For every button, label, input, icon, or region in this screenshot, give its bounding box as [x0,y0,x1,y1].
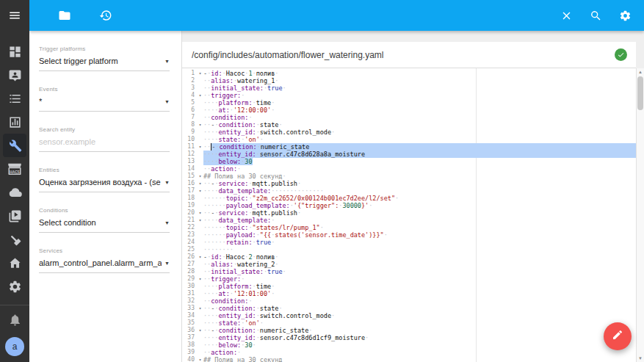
code-line[interactable]: 23······payload:·"{{·states('sensor.time… [182,231,636,239]
sidebar-item-dashboard[interactable] [3,40,26,63]
search-entity-input[interactable] [39,137,170,152]
folder-icon[interactable] [56,7,73,24]
fold-marker-icon[interactable]: ▾ [197,327,203,334]
code-line[interactable]: 40▾## Полив на 30 секунд [182,356,636,362]
code-line[interactable]: 9····entity_id:·switch.control_mode· [182,128,636,136]
code-line[interactable]: 4▾··trigger:· [182,92,636,99]
entities-select[interactable]: Оценка загрязения воздуха - (se ...▼ [39,178,170,192]
fold-marker-icon[interactable]: ▾ [197,121,203,128]
user-avatar[interactable]: a [5,337,24,356]
sidebar-item-developer-tools[interactable] [3,228,26,251]
services-select[interactable]: alarm_control_panel.alarm_arm_aw ...▼ [39,258,170,273]
code-line[interactable]: 36▾··-·condition:·numeric_state· [182,327,636,334]
sidebar-item-history-chart[interactable] [3,110,26,134]
code-line[interactable]: 27··alias:·watering_2· [182,261,636,268]
search-icon[interactable] [587,7,604,24]
code-line[interactable]: 34····entity_id:·switch.control_mode· [182,312,636,319]
dropdown-arrow-icon: ▼ [164,59,170,64]
code-line[interactable]: 6····at:·'12:00:00'· [182,106,636,114]
field-value: Оценка загрязения воздуха - (se ... [39,178,162,187]
code-line[interactable]: 2··alias:·watering_1· [182,77,636,84]
scrollbar-thumb[interactable] [637,76,643,110]
line-number: 3 [182,84,197,92]
field-label: Trigger platforms [39,46,170,52]
close-icon[interactable] [557,7,575,24]
code-area[interactable]: 1▾-·id:·Насос·1·полив·2··alias:·watering… [182,68,636,362]
code-line[interactable]: 19······payload_template:·'{"trigger":·3… [182,202,636,209]
code-line[interactable]: 21▾····data_template:· [182,217,636,224]
code-line[interactable]: 25········ [182,246,636,253]
code-line[interactable]: 16▾··-·service:·mqtt.publish· [182,180,636,187]
code-line[interactable]: 18······topic:·"z2m_cc2652/0x00124b001ec… [182,195,636,202]
fold-marker-icon[interactable]: ▾ [197,187,203,195]
fold-gutter [197,165,203,173]
editor-scrollbar[interactable]: ▲ ▼ [636,68,644,362]
fold-marker-icon[interactable]: ▾ [197,70,203,77]
sidebar-item-supervisor[interactable] [3,251,26,275]
sidebar-item-logbook[interactable] [3,63,26,87]
code-line[interactable]: 26▾-·id:·Насос·2·полив· [182,253,636,261]
search-entity-input[interactable] [39,137,170,146]
saved-check-icon [615,48,627,61]
line-number: 36 [182,327,197,334]
code-line[interactable]: 15▾## Полив на 30 секунд· [182,173,636,180]
sidebar-item-list[interactable] [3,87,26,110]
code-line[interactable]: 32··condition:· [182,297,636,305]
edit-fab-button[interactable] [604,322,632,350]
code-line[interactable]: 37····entity_id:·sensor.c47c8d6d1cf9_moi… [182,334,636,341]
fold-marker-icon[interactable]: ▾ [197,92,203,99]
code-line[interactable]: 30····platform:·time· [182,283,636,290]
settings-gear-icon[interactable] [616,7,634,24]
sidebar-item-hacs[interactable]: HACS [3,157,26,181]
code-line[interactable]: 39··action:· [182,349,636,356]
code-line[interactable]: 28··initial_state:·true· [182,268,636,275]
sidebar-item-cloud[interactable] [3,181,26,204]
fold-marker-icon[interactable]: ▾ [197,209,203,217]
fold-marker-icon[interactable]: ▾ [197,356,203,362]
sidebar-item-configurator[interactable] [3,134,26,157]
sidebar-item-media[interactable] [3,204,26,228]
fold-marker-icon[interactable]: ▾ [197,217,203,224]
code-line[interactable]: 13····below:·30 [182,158,636,165]
line-number: 18 [182,195,197,202]
notifications-bell-icon[interactable] [8,313,22,330]
scrollbar-down-arrow-icon[interactable]: ▼ [637,355,644,362]
line-number: 34 [182,312,197,319]
fold-marker-icon[interactable]: ▾ [197,305,203,312]
code-line[interactable]: 7··condition:· [182,114,636,121]
conditions-select[interactable]: Select condition▼ [39,218,170,233]
sidebar-item-configuration[interactable] [3,275,26,298]
code-editor[interactable]: 1▾-·id:·Насос·1·полив·2··alias:·watering… [182,68,644,362]
code-line[interactable]: 10····state:·'on'· [182,136,636,143]
code-line[interactable]: 17▾····data_template:·············· [182,187,636,195]
line-number: 21 [182,217,197,224]
code-line[interactable]: 24······retain:·true· [182,239,636,246]
code-line[interactable]: 20▾··-·service:·mqtt.publish· [182,209,636,217]
code-line[interactable]: 31····at:·'12:01:00'· [182,290,636,297]
line-number: 8 [182,121,197,128]
code-line[interactable]: 29▾··trigger:· [182,275,636,283]
events-select[interactable]: *▼ [39,97,170,112]
code-line[interactable]: 22······topic:·"states/lr/pump_1"· [182,224,636,231]
code-line[interactable]: 38····below:·30· [182,341,636,349]
fold-marker-icon[interactable]: ▾ [197,275,203,283]
code-line[interactable]: 14··action:· [182,165,636,173]
code-line[interactable]: 12····entity_id:·sensor.c47c8d628a8a_moi… [182,151,636,158]
fold-marker-icon[interactable]: ▾ [197,180,203,187]
fold-marker-icon[interactable]: ▾ [197,143,203,151]
menu-hamburger-icon[interactable] [0,0,29,31]
scrollbar-up-arrow-icon[interactable]: ▲ [637,68,644,76]
code-line[interactable]: 33▾··-·condition:·state· [182,305,636,312]
code-line[interactable]: 5····platform:·time· [182,99,636,106]
code-line[interactable]: 3··initial_state:·true· [182,84,636,92]
code-line[interactable]: 35····state:·'on'· [182,319,636,327]
fold-marker-icon[interactable]: ▾ [197,253,203,261]
fold-marker-icon[interactable]: ▾ [197,173,203,180]
line-number: 10 [182,136,197,143]
code-line[interactable]: 11▾··-·condition:·numeric_state [182,143,636,151]
trigger-platform-select[interactable]: Select trigger platform▼ [39,57,170,71]
code-line[interactable]: 1▾-·id:·Насос·1·полив· [182,70,636,77]
code-lines: 1▾-·id:·Насос·1·полив·2··alias:·watering… [182,68,636,362]
history-icon[interactable] [97,7,115,24]
code-line[interactable]: 8▾··-·condition:·state· [182,121,636,128]
